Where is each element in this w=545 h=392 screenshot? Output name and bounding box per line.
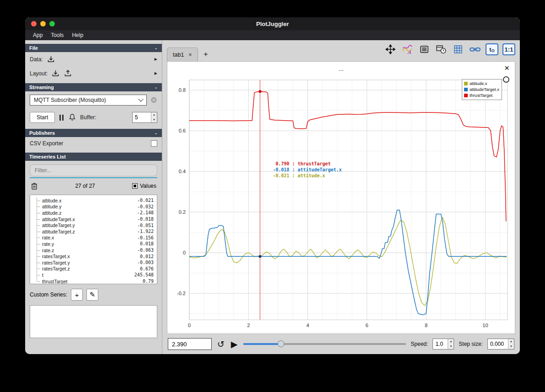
timeseries-count: 27 of 27 bbox=[38, 183, 132, 189]
filter-wrap bbox=[30, 164, 157, 178]
streaming-source-select[interactable]: MQTT Subscriber (Mosquitto) bbox=[30, 95, 147, 106]
svg-text:0.6: 0.6 bbox=[179, 128, 186, 133]
speed-label: Speed: bbox=[411, 341, 428, 347]
t0-icon[interactable]: tO bbox=[486, 43, 498, 55]
timeline-slider[interactable] bbox=[243, 340, 406, 348]
timeseries-row[interactable]: attitude.y-0.032 bbox=[37, 204, 157, 210]
csv-exporter-label: CSV Exporter bbox=[30, 140, 63, 147]
custom-series-row: Custom Series: + ✎ bbox=[25, 284, 162, 302]
loop-icon[interactable]: ↺ bbox=[216, 340, 225, 349]
pause-icon[interactable] bbox=[59, 115, 64, 121]
current-time-input[interactable] bbox=[168, 338, 212, 350]
window-title: PlotJuggler bbox=[256, 21, 289, 27]
load-layout-icon[interactable] bbox=[51, 69, 60, 77]
minimize-window-button[interactable] bbox=[40, 21, 46, 26]
load-data-icon[interactable] bbox=[47, 55, 55, 63]
legend-swatch bbox=[464, 82, 468, 85]
section-file-title: File bbox=[29, 45, 38, 51]
timeseries-row[interactable]: attitude.z-2.148 bbox=[37, 210, 157, 216]
timeseries-row[interactable]: rate.x-0.156 bbox=[37, 235, 157, 241]
timeseries-row[interactable]: thrustTarget0.79 bbox=[37, 278, 157, 284]
start-button[interactable]: Start bbox=[30, 112, 55, 123]
svg-text:-0.018 : attitudeTarget.x: -0.018 : attitudeTarget.x bbox=[273, 167, 342, 172]
chart-legend: attitude.xattitudeTarget.xthrustTarget bbox=[462, 79, 502, 100]
menu-app[interactable]: App bbox=[29, 31, 47, 39]
bell-icon[interactable] bbox=[68, 113, 76, 122]
timeseries-row[interactable]: attitudeTarget.x-0.018 bbox=[37, 216, 157, 222]
timeseries-row[interactable]: t245.548 bbox=[37, 272, 157, 278]
timeseries-row[interactable]: ratesTarget.x0.012 bbox=[37, 253, 157, 260]
plot-canvas[interactable]: 0.790 : thrustTarget-0.018 : attitudeTar… bbox=[167, 62, 515, 334]
values-checkbox-icon bbox=[132, 183, 138, 189]
slider-handle[interactable] bbox=[278, 340, 284, 347]
collapse-icon[interactable]: - bbox=[154, 130, 158, 136]
legend-list-icon[interactable] bbox=[418, 43, 431, 55]
svg-text:10: 10 bbox=[482, 323, 488, 328]
edit-custom-series-button[interactable]: ✎ bbox=[86, 289, 98, 301]
spin-arrows[interactable]: ▲▼ bbox=[151, 112, 157, 122]
ratio-1-1-icon[interactable]: 1:1 bbox=[502, 43, 515, 55]
custom-series-list[interactable] bbox=[30, 305, 157, 338]
main-area: tab1 × + A bbox=[162, 40, 520, 354]
buffer-label: Buffer: bbox=[80, 114, 96, 121]
csv-exporter-row: CSV Exporter bbox=[25, 137, 162, 150]
spin-arrows[interactable]: ▲▼ bbox=[448, 339, 454, 349]
timeseries-row[interactable]: attitudeTarget.z-1.922 bbox=[37, 228, 157, 235]
add-tab-button[interactable]: + bbox=[200, 48, 212, 61]
csv-exporter-checkbox[interactable] bbox=[151, 140, 157, 147]
layout-row: Layout: ▶ bbox=[25, 66, 162, 80]
legend-handle-icon[interactable] bbox=[503, 76, 509, 83]
menu-bar: AppToolsHelp bbox=[25, 30, 520, 40]
menu-help[interactable]: Help bbox=[68, 31, 87, 39]
menu-tools[interactable]: Tools bbox=[47, 31, 68, 39]
legend-entry[interactable]: thrustTarget bbox=[464, 92, 499, 98]
grid-icon[interactable] bbox=[452, 43, 465, 55]
collapse-icon[interactable]: - bbox=[154, 45, 158, 51]
svg-text:0.2: 0.2 bbox=[179, 209, 186, 215]
gear-icon[interactable]: ⚙ bbox=[150, 96, 157, 104]
timeseries-row[interactable]: rate.z-0.063 bbox=[37, 247, 157, 254]
step-size-spinbox[interactable]: ▲▼ bbox=[487, 339, 514, 350]
timeseries-row[interactable]: attitude.x-0.021 bbox=[37, 197, 157, 204]
speed-spinbox[interactable]: ▲▼ bbox=[433, 339, 454, 350]
slider-track[interactable] bbox=[243, 343, 406, 345]
filter-input[interactable] bbox=[30, 164, 157, 176]
collapse-icon[interactable]: - bbox=[154, 85, 158, 90]
timeseries-list-box[interactable]: attitude.x-0.021attitude.y-0.032attitude… bbox=[30, 195, 157, 284]
close-window-button[interactable] bbox=[31, 21, 37, 26]
legend-entry[interactable]: attitudeTarget.x bbox=[464, 86, 499, 92]
save-layout-icon[interactable] bbox=[64, 69, 72, 77]
maximize-window-button[interactable] bbox=[49, 21, 55, 26]
timeseries-row[interactable]: rate.y0.018 bbox=[37, 241, 157, 247]
section-streaming-header[interactable]: Streaming - bbox=[25, 83, 162, 91]
section-file-header[interactable]: File - bbox=[25, 44, 162, 52]
legend-entry[interactable]: attitude.x bbox=[464, 80, 499, 86]
tab-close-icon[interactable]: × bbox=[188, 51, 192, 58]
buffer-spinbox[interactable]: ▲▼ bbox=[132, 112, 157, 123]
traffic-lights bbox=[31, 21, 55, 26]
fullscreen-arrows-icon[interactable] bbox=[384, 43, 397, 55]
legend-swatch bbox=[464, 88, 468, 91]
timeseries-row[interactable]: ratesTarget.y-0.003 bbox=[37, 260, 157, 266]
timeseries-row[interactable]: attitudeTarget.y-0.051 bbox=[37, 222, 157, 228]
spin-arrows[interactable]: ▲▼ bbox=[508, 339, 514, 349]
layout-expand-icon[interactable]: ▶ bbox=[155, 71, 157, 75]
section-publishers-header[interactable]: Publishers - bbox=[25, 129, 162, 137]
data-expand-icon[interactable]: ▶ bbox=[155, 57, 157, 61]
link-icon[interactable] bbox=[469, 43, 481, 55]
step-size-input[interactable] bbox=[488, 339, 508, 349]
buffer-input[interactable] bbox=[133, 112, 151, 122]
playback-bar: ↺ ▶ Speed: ▲▼ Step size: ▲▼ bbox=[162, 334, 520, 354]
svg-text:0.8: 0.8 bbox=[179, 87, 186, 93]
values-toggle[interactable]: Values bbox=[132, 183, 156, 189]
play-button[interactable]: ▶ bbox=[230, 340, 239, 349]
tab-tab1[interactable]: tab1 × bbox=[167, 48, 198, 61]
add-custom-series-button[interactable]: + bbox=[71, 289, 83, 301]
time-clock-icon[interactable] bbox=[435, 43, 448, 55]
title-bar[interactable]: PlotJuggler bbox=[25, 17, 520, 30]
section-timeseries-header[interactable]: Timeseries List bbox=[25, 153, 162, 161]
timeseries-row[interactable]: ratesTarget.z0.676 bbox=[37, 266, 157, 272]
trash-icon[interactable] bbox=[31, 182, 38, 190]
speed-input[interactable] bbox=[433, 339, 448, 349]
curve-style-icon[interactable]: A bbox=[401, 43, 414, 55]
